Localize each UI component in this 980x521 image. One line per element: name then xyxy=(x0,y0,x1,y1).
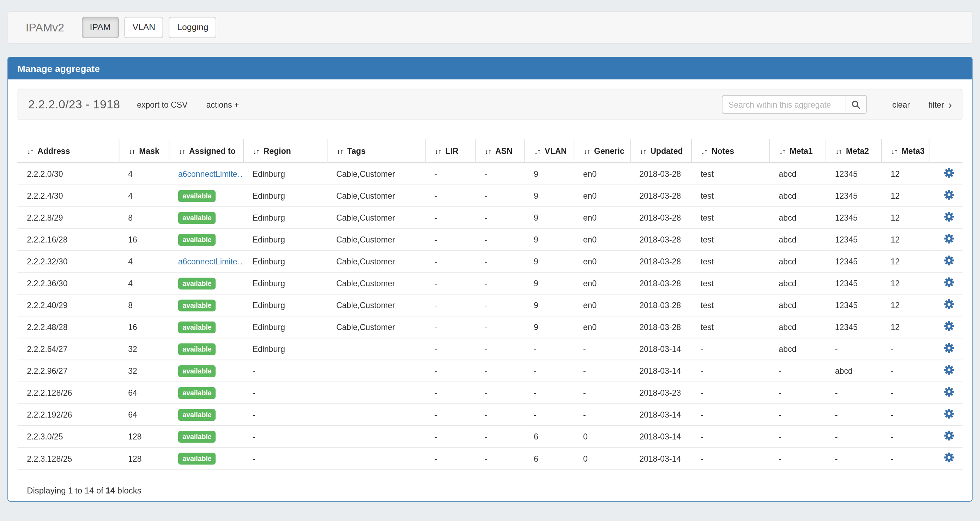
row-settings-button[interactable] xyxy=(943,387,954,397)
cell-tags: Cable,Customer xyxy=(327,163,425,185)
search-button[interactable] xyxy=(845,95,866,114)
pagination-suffix: blocks xyxy=(115,486,141,496)
row-settings-button[interactable] xyxy=(943,255,954,266)
row-settings-button[interactable] xyxy=(943,343,954,353)
cell-region: Edinburg xyxy=(243,207,327,229)
cell-meta1: abcd xyxy=(769,338,826,360)
table-row: 2.2.2.32/304a6connectLimite…EdinburgCabl… xyxy=(18,251,963,272)
cell-updated: 2018-03-28 xyxy=(630,251,691,272)
search-input[interactable] xyxy=(722,95,846,114)
column-header-region[interactable]: ↓↑Region xyxy=(243,139,327,163)
gear-icon xyxy=(943,168,954,178)
cell-generic: - xyxy=(574,404,630,426)
gear-icon xyxy=(943,190,954,200)
gear-icon xyxy=(943,430,954,441)
cell-meta2: 12345 xyxy=(826,207,881,229)
column-header-updated[interactable]: ↓↑Updated xyxy=(630,139,691,163)
cell-lir: - xyxy=(425,163,475,185)
cell-region: Edinburg xyxy=(243,295,327,316)
column-header-notes[interactable]: ↓↑Notes xyxy=(691,139,769,163)
filter-button[interactable]: filter › xyxy=(929,99,952,110)
gear-icon xyxy=(943,343,954,353)
cell-vlan: 9 xyxy=(524,316,574,338)
available-badge: available xyxy=(178,212,216,224)
column-header-assigned-to[interactable]: ↓↑Assigned to xyxy=(169,139,243,163)
cell-asn: - xyxy=(475,404,524,426)
cell-actions xyxy=(929,382,963,404)
cell-mask: 16 xyxy=(119,229,169,251)
export-csv-button[interactable]: export to CSV xyxy=(137,100,187,110)
cell-meta1: abcd xyxy=(769,251,826,272)
column-header-meta2[interactable]: ↓↑Meta2 xyxy=(826,139,881,163)
sort-icon: ↓↑ xyxy=(835,147,842,156)
column-header-lir[interactable]: ↓↑LIR xyxy=(425,139,475,163)
tab-logging[interactable]: Logging xyxy=(169,17,216,38)
cell-meta1: - xyxy=(769,426,826,448)
tab-ipam[interactable]: IPAM xyxy=(82,17,119,38)
assigned-to-link[interactable]: a6connectLimite… xyxy=(178,169,243,178)
cell-notes: test xyxy=(691,272,769,295)
row-settings-button[interactable] xyxy=(943,430,954,441)
cell-actions xyxy=(929,229,963,251)
cell-meta3: 12 xyxy=(881,207,929,229)
cell-vlan: - xyxy=(524,338,574,360)
cell-generic: en0 xyxy=(574,316,630,338)
row-settings-button[interactable] xyxy=(943,299,954,309)
table-row: 2.2.2.4/304availableEdinburgCable,Custom… xyxy=(18,185,963,207)
cell-region: Edinburg xyxy=(243,316,327,338)
cell-actions xyxy=(929,316,963,338)
row-settings-button[interactable] xyxy=(943,365,954,375)
cell-lir: - xyxy=(425,316,475,338)
column-header-generic[interactable]: ↓↑Generic xyxy=(574,139,630,163)
cell-actions xyxy=(929,163,963,185)
cell-vlan: 9 xyxy=(524,185,574,207)
cell-lir: - xyxy=(425,382,475,404)
cell-tags xyxy=(327,448,425,470)
cell-region: - xyxy=(243,448,327,470)
cell-meta3: - xyxy=(881,382,929,404)
panel-heading: Manage aggregate xyxy=(8,57,972,80)
cell-lir: - xyxy=(425,295,475,316)
actions-menu-button[interactable]: actions + xyxy=(206,100,239,110)
clear-button[interactable]: clear xyxy=(892,100,910,110)
cell-generic: - xyxy=(574,360,630,382)
row-settings-button[interactable] xyxy=(943,452,954,463)
cell-tags: Cable,Customer xyxy=(327,316,425,338)
column-header-meta1[interactable]: ↓↑Meta1 xyxy=(769,139,826,163)
pagination-prefix: Displaying 1 to 14 of xyxy=(27,486,105,496)
cell-mask: 16 xyxy=(119,316,169,338)
row-settings-button[interactable] xyxy=(943,190,954,200)
cell-meta3: 12 xyxy=(881,295,929,316)
cell-meta3: - xyxy=(881,338,929,360)
cell-assigned-to: available xyxy=(169,448,243,470)
column-header-meta3[interactable]: ↓↑Meta3 xyxy=(881,139,929,163)
column-header-asn[interactable]: ↓↑ASN xyxy=(475,139,524,163)
column-label: LIR xyxy=(445,147,458,156)
table-row: 2.2.2.0/304a6connectLimite…EdinburgCable… xyxy=(18,163,963,185)
cell-meta2: 12345 xyxy=(826,251,881,272)
row-settings-button[interactable] xyxy=(943,408,954,419)
cell-lir: - xyxy=(425,229,475,251)
cell-assigned-to: available xyxy=(169,426,243,448)
column-header-tags[interactable]: ↓↑Tags xyxy=(327,139,425,163)
column-label: Region xyxy=(264,147,291,156)
column-header-mask[interactable]: ↓↑Mask xyxy=(119,139,169,163)
column-label: Mask xyxy=(139,147,159,156)
row-settings-button[interactable] xyxy=(943,321,954,331)
sort-icon: ↓↑ xyxy=(584,147,590,156)
row-settings-button[interactable] xyxy=(943,212,954,222)
cell-asn: - xyxy=(475,185,524,207)
cell-meta2: 12345 xyxy=(826,272,881,295)
assigned-to-link[interactable]: a6connectLimite… xyxy=(178,257,243,266)
available-badge: available xyxy=(178,365,216,377)
available-badge: available xyxy=(178,431,216,443)
cell-region: Edinburg xyxy=(243,338,327,360)
column-header-vlan[interactable]: ↓↑VLAN xyxy=(524,139,574,163)
tab-vlan[interactable]: VLAN xyxy=(124,17,163,38)
table-row: 2.2.2.192/2664available-----2018-03-14--… xyxy=(18,404,963,426)
row-settings-button[interactable] xyxy=(943,233,954,244)
column-header-address[interactable]: ↓↑Address xyxy=(18,139,119,163)
cell-asn: - xyxy=(475,338,524,360)
row-settings-button[interactable] xyxy=(943,277,954,288)
row-settings-button[interactable] xyxy=(943,168,954,178)
